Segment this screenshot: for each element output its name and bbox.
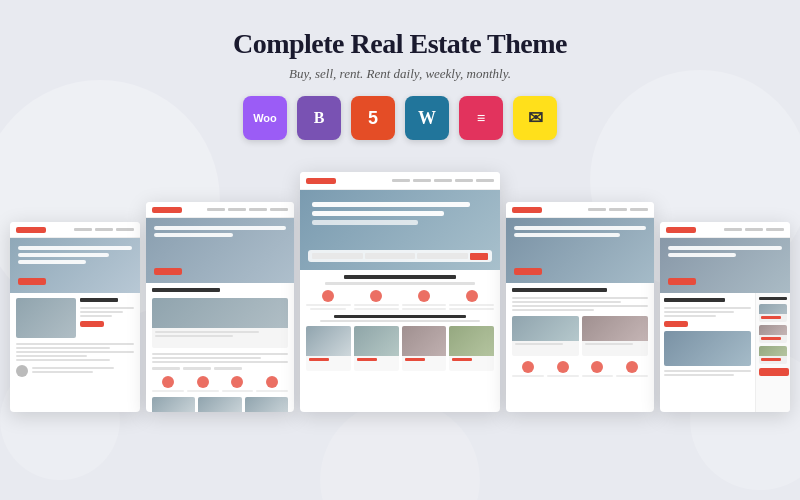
mock-logo [16,227,46,233]
screenshot-right-2 [660,222,790,412]
screenshot-left-2 [146,202,294,412]
header-section: Complete Real Estate Theme Buy, sell, re… [0,0,800,172]
svg-point-2 [320,400,480,500]
mock-hero [10,238,140,293]
mock-avatar [16,365,28,377]
screenshots-row [0,172,800,412]
bootstrap-icon[interactable]: B [297,96,341,140]
mailchimp-icon[interactable]: ✉ [513,96,557,140]
woo-icon[interactable]: Woo [243,96,287,140]
screenshot-center [300,172,500,412]
wordpress-icon[interactable]: W [405,96,449,140]
page-subtitle: Buy, sell, rent. Rent daily, weekly, mon… [20,66,780,82]
page-title: Complete Real Estate Theme [20,28,780,60]
mock-nav [74,228,134,231]
screenshot-left-1 [10,222,140,412]
screenshot-right-1 [506,202,654,412]
elementor-icon[interactable]: ≡ [459,96,503,140]
tech-icons-row: Woo B 5 W ≡ ✉ [20,96,780,140]
mock-sidebar [755,293,790,412]
mock-header [10,222,140,238]
html5-icon[interactable]: 5 [351,96,395,140]
